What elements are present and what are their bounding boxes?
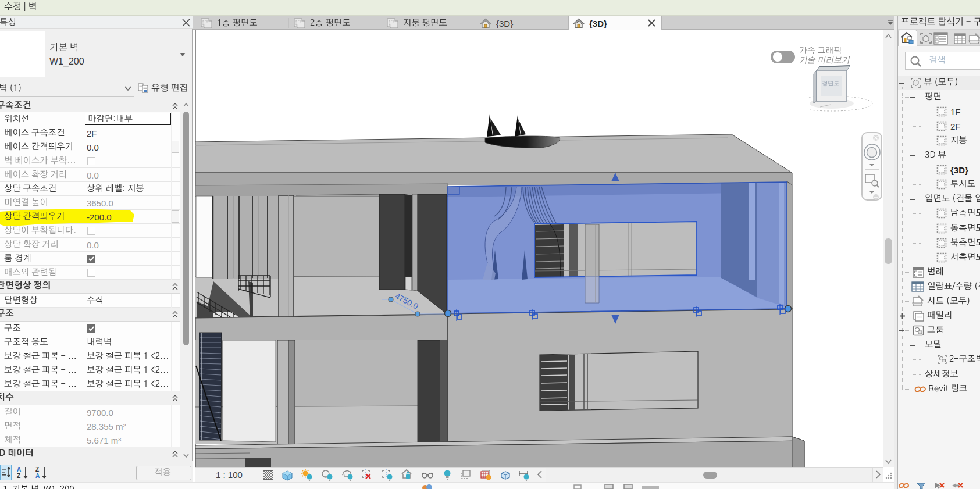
svg-text:Z: Z [17, 473, 20, 479]
svg-text:A: A [35, 473, 40, 479]
svg-text:Z: Z [35, 466, 39, 473]
svg-text:A: A [17, 466, 21, 473]
